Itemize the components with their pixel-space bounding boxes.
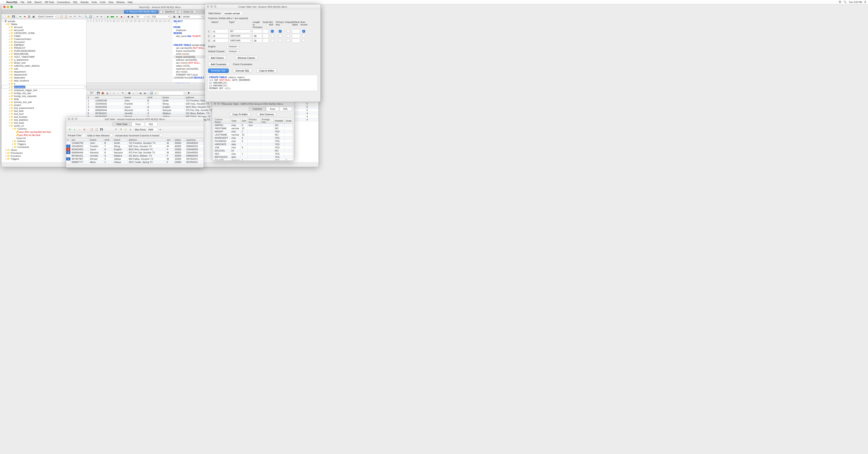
replace-icon[interactable]: 🔄 [89, 15, 92, 19]
menu-search[interactable]: Search [34, 1, 42, 3]
traffic-lights[interactable] [207, 5, 216, 8]
table-node[interactable]: ▸📁foreign_key_pair [1, 92, 86, 95]
table-icon[interactable]: ▦ [32, 15, 35, 19]
table-node[interactable]: ▸📁test_blob [1, 109, 86, 112]
auto-incr-check[interactable] [160, 134, 163, 136]
table-node[interactable]: ▸📁Document [1, 40, 86, 43]
quick-connect[interactable]: <Quick Connect> [36, 15, 57, 19]
first-icon[interactable]: ⏮ [138, 91, 142, 95]
table-node[interactable]: ▸📁CustomerOrders [1, 37, 86, 40]
go-icon[interactable]: ➪ [158, 128, 162, 132]
add-column-button[interactable]: Add Column [208, 56, 226, 60]
table-node[interactable]: ▸📁dept_locations [1, 79, 86, 82]
menu-help[interactable]: Help [128, 1, 132, 3]
col-name[interactable] [212, 34, 228, 38]
disconnect-icon[interactable]: ⬌ [23, 15, 27, 19]
table-node[interactable]: ▸📁Account2 [1, 29, 86, 32]
edit-tab[interactable]: Keys [131, 122, 145, 126]
add-row-icon[interactable]: + [112, 91, 116, 95]
col-name[interactable] [212, 39, 228, 43]
off-toggle[interactable]: OFF [88, 91, 96, 95]
table-node[interactable]: ▸📁employee_trigger_test [1, 89, 86, 92]
table-node[interactable]: ▸📁CATEGORY_SUNIL [1, 32, 86, 35]
menu-tools[interactable]: Tools [91, 1, 97, 3]
charset-select[interactable]: <Default> [227, 50, 240, 53]
paste-icon[interactable]: 📋 [95, 128, 98, 132]
col-notnull[interactable] [271, 34, 274, 37]
result-filter[interactable] [158, 91, 184, 95]
table-node[interactable]: ▸📁TEST_TIMESTAMP [1, 55, 86, 58]
copy-icon[interactable]: 📋 [90, 128, 94, 132]
table-node[interactable]: ▸📁california_water_districts [1, 64, 86, 67]
refresh-icon[interactable]: ⟳ [68, 128, 71, 132]
col-type[interactable]: VARCHAR [229, 39, 252, 42]
table-node[interactable]: ▸📁PRODUCT [1, 46, 86, 50]
table-node[interactable]: ▸📁employee [1, 85, 86, 89]
execute-sql-button[interactable]: Execute SQL [233, 68, 252, 73]
close-result-icon[interactable]: ✖ [187, 91, 190, 95]
connect-icon[interactable]: ⬌ [18, 15, 22, 19]
outdent-icon[interactable]: ⇤ [100, 15, 103, 19]
close-icon[interactable]: ✕ [181, 11, 183, 13]
col-unique[interactable] [287, 34, 290, 37]
col-default[interactable] [292, 39, 300, 43]
col-default[interactable] [292, 34, 300, 38]
col-pk[interactable]: ✓ [279, 30, 282, 33]
undo-icon[interactable]: ↶ [73, 15, 77, 19]
format-icon[interactable]: ≡ [129, 128, 132, 132]
menu-file[interactable]: File [21, 1, 24, 3]
edit-icon[interactable]: ✎ [121, 91, 125, 95]
menu-window[interactable]: Window [116, 1, 125, 3]
print-icon[interactable]: 🖨 [105, 91, 109, 95]
col-len[interactable] [253, 39, 262, 43]
col-pk[interactable] [279, 39, 282, 42]
table-node[interactable]: ▸📁a_department [1, 58, 86, 61]
generate-sql-button[interactable]: Generate SQL [208, 68, 229, 73]
col-pk[interactable] [279, 34, 282, 37]
wand-icon[interactable]: 🪄 [154, 91, 158, 95]
add-constraint-button[interactable]: Add Constraint [208, 62, 229, 66]
sort-columns-button[interactable]: Sort Columns [257, 112, 277, 117]
copy-to-editor-button[interactable]: Copy To Editor [230, 112, 251, 117]
table-node[interactable]: ▸📁cols [1, 67, 86, 70]
wand-icon[interactable]: 🪄 [124, 128, 128, 132]
describe-tab[interactable]: Keys [266, 107, 279, 111]
search-select[interactable]: sample [182, 15, 203, 19]
col-scale[interactable] [262, 39, 269, 43]
table-node[interactable]: ▸📁CMAC [1, 35, 86, 37]
copy-icon[interactable]: 📋 [60, 15, 63, 19]
commit-icon[interactable]: ✓ [146, 15, 150, 19]
col-notnull[interactable]: ✓ [271, 30, 274, 33]
conn-tab[interactable]: ✕Oracle 12c [178, 10, 196, 13]
new-icon[interactable]: 📄 [3, 15, 7, 19]
table-node[interactable]: ▸📁binary_test [1, 61, 86, 64]
redo-icon[interactable]: ↷ [119, 128, 123, 132]
sort-icon[interactable]: ↕ [132, 91, 136, 95]
paste-icon[interactable]: 📋 [64, 15, 68, 19]
next-icon[interactable]: ▶ [131, 15, 134, 19]
table-node[interactable]: ▸📁jkhkj [1, 98, 86, 101]
col-unique[interactable] [287, 39, 290, 42]
execute-icon[interactable]: ▶ [106, 15, 110, 19]
col-type[interactable]: VARCHAR [229, 34, 252, 38]
table-name-input[interactable] [223, 11, 242, 15]
save-icon[interactable]: 💾 [12, 15, 16, 19]
col-autoincr[interactable]: ✓ [302, 30, 305, 33]
table-node[interactable]: ▸📁foreign_key_separate [1, 95, 86, 98]
table-node[interactable]: ▸📁PURCHASEORDER [1, 50, 86, 53]
menu-code[interactable]: Code [100, 1, 105, 3]
copy-to-editor-button[interactable]: Copy to Editor [256, 68, 277, 73]
col-type[interactable]: INT [229, 30, 252, 33]
execute-all-icon[interactable]: ▶▶ [111, 15, 115, 19]
redo-icon[interactable]: ↷ [78, 15, 81, 19]
notification-icon[interactable]: ☰ [864, 1, 866, 3]
tool-b-icon[interactable]: ◨ [177, 15, 181, 19]
table-node[interactable]: ▸📁primary_key_pair [1, 101, 86, 103]
export-icon[interactable]: 📤 [101, 91, 105, 95]
apple-icon[interactable] [2, 1, 5, 4]
close-icon[interactable]: ✕ [126, 11, 128, 13]
spotlight-icon[interactable]: 🔍 [844, 1, 846, 3]
traffic-lights[interactable] [68, 118, 77, 120]
edits-new-window-check[interactable] [110, 134, 113, 136]
open-icon[interactable]: 📂 [7, 15, 11, 19]
